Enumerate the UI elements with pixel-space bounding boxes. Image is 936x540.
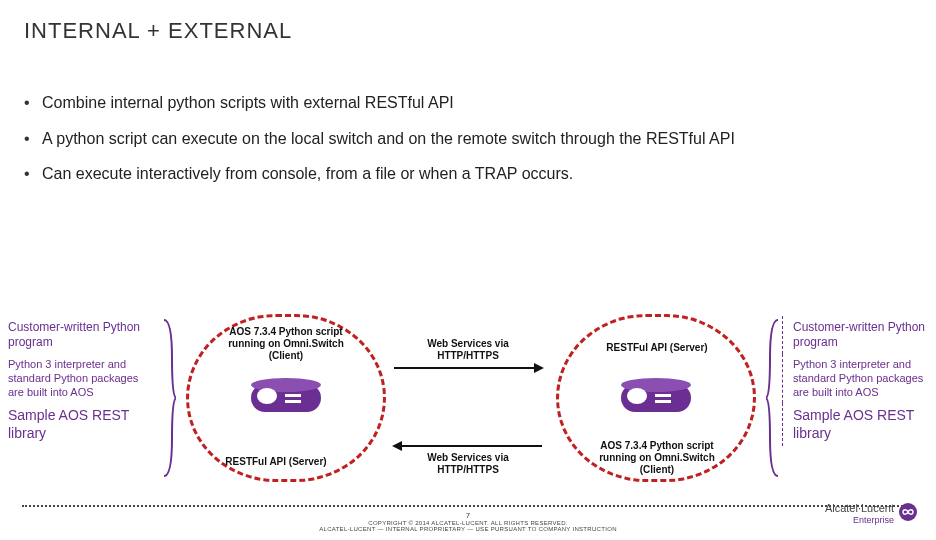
- label-web-bottom: Web Services via HTTP/HTTPS: [398, 452, 538, 476]
- bullet-item: Combine internal python scripts with ext…: [24, 92, 912, 128]
- component-rest-library: Sample AOS REST library: [4, 403, 159, 446]
- component-python-interpreter: Python 3 interpreter and standard Python…: [4, 354, 159, 403]
- brand-logo: Alcatel·Lucent Enterprise: [768, 500, 918, 530]
- bullet-item: A python script can execute on the local…: [24, 128, 912, 164]
- label-server-left: RESTFul API (Server): [206, 456, 346, 468]
- arrow-left-icon: [392, 440, 544, 452]
- brace-icon: [162, 318, 176, 478]
- left-components: Customer-written Python program Python 3…: [4, 316, 159, 446]
- label-server-right: RESTFul API (Server): [582, 342, 732, 354]
- bullet-list: Combine internal python scripts with ext…: [24, 92, 912, 199]
- component-python-interpreter: Python 3 interpreter and standard Python…: [782, 354, 936, 403]
- brand-name: Alcatel·Lucent: [825, 502, 894, 514]
- arrow-right-icon: [392, 362, 544, 374]
- bullet-item: Can execute interactively from console, …: [24, 163, 912, 199]
- label-web-top: Web Services via HTTP/HTTPS: [398, 338, 538, 362]
- component-customer-program: Customer-written Python program: [782, 316, 936, 354]
- brand-sub: Enterprise: [853, 515, 894, 525]
- architecture-diagram: Customer-written Python program Python 3…: [0, 312, 936, 512]
- label-client-left: AOS 7.3.4 Python script running on Omni.…: [212, 326, 360, 362]
- svg-marker-3: [392, 441, 402, 451]
- infinity-icon: [898, 502, 918, 522]
- right-components: Customer-written Python program Python 3…: [782, 316, 936, 446]
- switch-icon: [251, 378, 321, 418]
- switch-icon: [621, 378, 691, 418]
- label-client-right: AOS 7.3.4 Python script running on Omni.…: [582, 440, 732, 476]
- component-rest-library: Sample AOS REST library: [782, 403, 936, 446]
- brace-icon: [766, 318, 780, 478]
- component-customer-program: Customer-written Python program: [4, 316, 159, 354]
- svg-marker-1: [534, 363, 544, 373]
- page-title: INTERNAL + EXTERNAL: [24, 18, 912, 44]
